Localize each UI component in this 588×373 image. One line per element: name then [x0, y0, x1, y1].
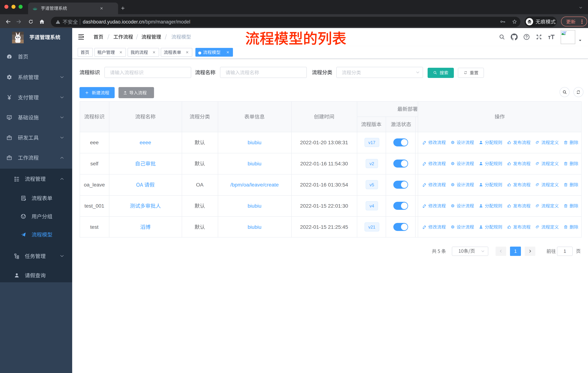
- svg-text:2022-01-16 01:30:54: 2022-01-16 01:30:54: [300, 182, 348, 188]
- svg-text:v2: v2: [369, 161, 374, 166]
- svg-text:v5: v5: [369, 182, 374, 187]
- svg-text:test: test: [90, 224, 99, 230]
- svg-text:biubiu: biubiu: [248, 161, 262, 166]
- svg-text:2022-01-16 11:54:30: 2022-01-16 11:54:30: [300, 161, 348, 166]
- svg-text:2022-01-15 21:25:45: 2022-01-15 21:25:45: [300, 224, 348, 230]
- svg-text:v21: v21: [368, 225, 376, 230]
- svg-text:v4: v4: [369, 203, 374, 208]
- svg-text:eee: eee: [90, 140, 99, 145]
- svg-text:/bpm/oa/leave/create: /bpm/oa/leave/create: [230, 182, 279, 188]
- svg-text:dashboard.yudao.iocoder.cn/bpm: dashboard.yudao.iocoder.cn/bpm/manager/m…: [83, 19, 190, 25]
- svg-text:biubiu: biubiu: [248, 224, 262, 230]
- svg-text:biubiu: biubiu: [248, 140, 262, 145]
- svg-text:2022-01-15 22:01:30: 2022-01-15 22:01:30: [300, 203, 348, 209]
- svg-text:eeee: eeee: [140, 140, 151, 145]
- svg-text:self: self: [90, 161, 98, 166]
- svg-text:v17: v17: [368, 140, 376, 145]
- svg-text:OA: OA: [196, 182, 203, 188]
- svg-text:oa_leave: oa_leave: [84, 182, 105, 188]
- svg-text:biubiu: biubiu: [248, 203, 262, 209]
- svg-text:1: 1: [514, 248, 517, 254]
- svg-text:2022-01-20 13:08:31: 2022-01-20 13:08:31: [300, 140, 348, 145]
- svg-text:test_001: test_001: [84, 203, 104, 209]
- svg-text:1: 1: [564, 248, 566, 254]
